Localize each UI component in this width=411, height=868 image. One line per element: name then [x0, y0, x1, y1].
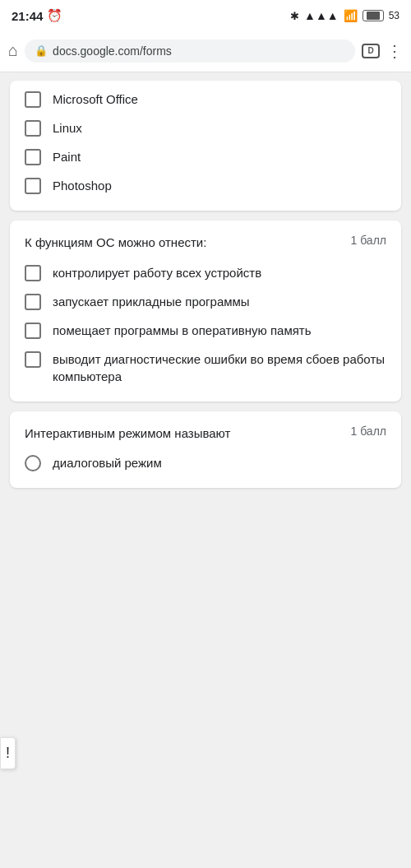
- page-content: Microsoft Office Linux Paint Photoshop К…: [0, 72, 411, 496]
- checkbox-label-microsoft: Microsoft Office: [53, 91, 138, 108]
- card-3-score: 1 балл: [351, 425, 387, 438]
- checkbox-label-photoshop: Photoshop: [53, 177, 112, 194]
- checkbox-control[interactable]: [25, 265, 41, 281]
- time-text: 21:44: [12, 9, 43, 23]
- checkbox-item-memory[interactable]: помещает программы в оперативную память: [25, 322, 386, 339]
- card-1: Microsoft Office Linux Paint Photoshop: [10, 81, 401, 211]
- signal-icon: ▲▲▲: [304, 9, 339, 22]
- radio-item-dialog[interactable]: диалоговый режим: [25, 454, 386, 471]
- browser-bar: ⌂ 🔒 docs.google.com/forms D ⋮: [0, 30, 411, 72]
- checkbox-linux[interactable]: [25, 120, 41, 137]
- checkbox-label-diagnostic: выводит диагностические ошибки во время …: [53, 350, 386, 385]
- checkbox-item-photoshop[interactable]: Photoshop: [25, 177, 386, 194]
- checkbox-diagnostic[interactable]: [25, 351, 41, 368]
- checkbox-memory[interactable]: [25, 323, 41, 339]
- url-text: docs.google.com/forms: [53, 44, 172, 58]
- card-2: К функциям ОС можно отнести: 1 балл конт…: [10, 220, 401, 402]
- checkbox-launch[interactable]: [25, 294, 41, 310]
- checkbox-item-launch[interactable]: запускает прикладные программы: [25, 293, 386, 310]
- checkbox-item-linux[interactable]: Linux: [25, 119, 386, 137]
- card-2-score: 1 балл: [351, 234, 387, 247]
- card-3: Интерактивным режимом называют 1 балл ди…: [10, 411, 401, 489]
- battery-percent: 53: [389, 10, 399, 21]
- home-button[interactable]: ⌂: [8, 41, 18, 60]
- card-1-checkboxes: Microsoft Office Linux Paint Photoshop: [25, 91, 386, 194]
- wifi-icon: 📶: [344, 9, 358, 22]
- card-3-radios: диалоговый режим: [25, 454, 386, 471]
- card-3-question: Интерактивным режимом называют: [25, 425, 343, 443]
- checkbox-item-diagnostic[interactable]: выводит диагностические ошибки во время …: [25, 350, 386, 385]
- checkbox-label-launch: запускает прикладные программы: [53, 293, 250, 310]
- radio-dialog[interactable]: [25, 455, 41, 471]
- alarm-icon: ⏰: [47, 8, 62, 23]
- card-2-header: К функциям ОС можно отнести: 1 балл: [25, 234, 386, 253]
- menu-button[interactable]: ⋮: [386, 41, 403, 61]
- checkbox-microsoft[interactable]: [25, 91, 41, 108]
- battery-icon: [363, 10, 384, 21]
- tab-switcher[interactable]: D: [362, 44, 380, 58]
- bluetooth-icon: ✱: [290, 10, 299, 22]
- card-2-checkboxes: контролирует работу всех устройств запус…: [25, 264, 386, 385]
- checkbox-paint[interactable]: [25, 149, 41, 165]
- checkbox-label-linux: Linux: [53, 119, 82, 137]
- status-icons: ✱ ▲▲▲ 📶 53: [290, 9, 399, 22]
- lock-icon: 🔒: [35, 44, 48, 57]
- checkbox-photoshop[interactable]: [25, 178, 41, 194]
- checkbox-label-memory: помещает программы в оперативную память: [53, 322, 312, 339]
- status-bar: 21:44 ⏰ ✱ ▲▲▲ 📶 53: [0, 0, 411, 30]
- checkbox-label-paint: Paint: [53, 148, 81, 165]
- battery-fill: [367, 12, 380, 20]
- card-2-question: К функциям ОС можно отнести:: [25, 234, 343, 253]
- checkbox-item-paint[interactable]: Paint: [25, 148, 386, 165]
- status-time: 21:44 ⏰: [12, 8, 62, 23]
- url-bar[interactable]: 🔒 docs.google.com/forms: [25, 39, 355, 63]
- checkbox-label-control: контролирует работу всех устройств: [53, 264, 261, 281]
- card-3-header: Интерактивным режимом называют 1 балл: [25, 425, 386, 443]
- radio-label-dialog: диалоговый режим: [53, 454, 162, 471]
- checkbox-item-control[interactable]: контролирует работу всех устройств: [25, 264, 386, 281]
- checkbox-item-microsoft[interactable]: Microsoft Office: [25, 91, 386, 108]
